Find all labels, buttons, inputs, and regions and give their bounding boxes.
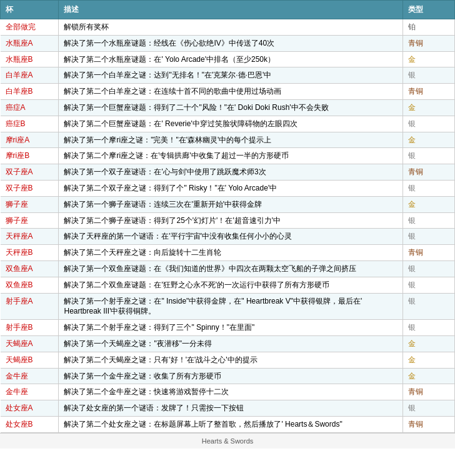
table-row: 双子座A解决了第一个双子座谜语：在'心与剑'中使用了跳跃魔术师3次青铜 — [1, 164, 455, 181]
cup-description: 解决了第二个金牛座之谜：快速将游戏暂停十二次 — [59, 384, 402, 400]
table-row: 摩ri座A解决了第一个摩ri座之谜："完美！"在'森林幽灵'中的每个提示上金 — [1, 132, 455, 148]
cup-type: 金 — [402, 352, 454, 368]
cup-name: 双鱼座B — [1, 277, 59, 293]
cup-type: 青铜 — [402, 164, 454, 181]
cup-description: 解决了第二个巨蟹座谜题：在' Reverie'中穿过笑脸状障碍物的左眼四次 — [59, 116, 402, 132]
col-header-description: 描述 — [59, 1, 402, 19]
cup-name: 白羊座B — [1, 84, 59, 100]
table-row: 天秤座B解决了第二个天秤座之谜：向后旋转十二生肖轮青铜 — [1, 245, 455, 261]
table-header-row: 杯 描述 类型 — [1, 1, 455, 19]
cup-name: 双子座B — [1, 180, 59, 196]
table-row: 水瓶座B解决了第二个水瓶座谜题：在' Yolo Arcade'中排名（至少250… — [1, 51, 455, 67]
cup-description: 解决了第一个金牛座之谜：收集了所有方形硬币 — [59, 368, 402, 384]
cup-description: 解决了第一个狮子座谜语：连续三次在'重新开始'中获得金牌 — [59, 196, 402, 212]
cup-type: 青铜 — [402, 416, 454, 432]
cup-description: 解决了第一个摩ri座之谜："完美！"在'森林幽灵'中的每个提示上 — [59, 132, 402, 148]
table-row: 双鱼座B解决了第二个双鱼座谜题：在'狂野之心永不死'的一次运行中获得了所有方形硬… — [1, 277, 455, 293]
cup-name: 射手座B — [1, 320, 59, 336]
cup-name: 水瓶座A — [1, 35, 59, 51]
cup-description: 解决了处女座的第一个谜语：发牌了！只需按一下按钮 — [59, 400, 402, 417]
cup-name: 癌症A — [1, 99, 59, 116]
cup-description: 解决了第一个巨蟹座谜题：得到了二十个"风险！"在' Doki Doki Rush… — [59, 99, 402, 116]
cup-type: 青铜 — [402, 245, 454, 261]
cup-description: 解锁所有奖杯 — [59, 19, 402, 36]
table-row: 处女座A解决了处女座的第一个谜语：发牌了！只需按一下按钮银 — [1, 400, 455, 417]
table-row: 狮子座解决了第一个狮子座谜语：连续三次在'重新开始'中获得金牌金 — [1, 196, 455, 212]
cup-name: 双鱼座A — [1, 260, 59, 277]
cup-name: 癌症B — [1, 116, 59, 132]
cup-description: 解决了第二个射手座之谜：得到了三个" Spinny！"在里面" — [59, 320, 402, 336]
cup-name: 摩ri座B — [1, 148, 59, 164]
cup-type: 青铜 — [402, 35, 454, 51]
trophies-table: 杯 描述 类型 全部做完解锁所有奖杯铂水瓶座A解决了第一个水瓶座谜题：经线在《伤… — [0, 0, 455, 433]
cup-type: 银 — [402, 229, 454, 245]
table-row: 双鱼座A解决了第一个双鱼座谜题：在《我们知道的世界》中四次在两颗太空飞船的子弹之… — [1, 260, 455, 277]
cup-description: 解决了第二个白羊座之谜：在连续十首不同的歌曲中使用过场动画 — [59, 84, 402, 100]
cup-description: 解决了第二个狮子座谜语：得到了25个'幻灯片'！在'超音速引力'中 — [59, 212, 402, 229]
table-row: 摩ri座B解决了第二个摩ri座之谜：在'专辑拱廊'中收集了超过一半的方形硬币银 — [1, 148, 455, 164]
cup-type: 银 — [402, 212, 454, 229]
table-row: 癌症A解决了第一个巨蟹座谜题：得到了二十个"风险！"在' Doki Doki R… — [1, 99, 455, 116]
cup-type: 青铜 — [402, 84, 454, 100]
cup-name: 天蝎座A — [1, 335, 59, 352]
table-row: 天蝎座A解决了第一个天蝎座之谜："夜潜移"一分未得金 — [1, 335, 455, 352]
cup-type: 银 — [402, 67, 454, 84]
cup-description: 解决了第二个天蝎座之谜：只有'好！'在'战斗之心'中的提示 — [59, 352, 402, 368]
cup-name: 金牛座 — [1, 368, 59, 384]
cup-description: 解决了第一个射手座之谜：在" Inside"中获得金牌，在" Heartbrea… — [59, 293, 402, 320]
cup-name: 射手座A — [1, 293, 59, 320]
cup-type: 金 — [402, 99, 454, 116]
table-row: 金牛座解决了第一个金牛座之谜：收集了所有方形硬币金 — [1, 368, 455, 384]
table-row: 癌症B解决了第二个巨蟹座谜题：在' Reverie'中穿过笑脸状障碍物的左眼四次… — [1, 116, 455, 132]
cup-name: 处女座B — [1, 416, 59, 432]
col-header-type: 类型 — [402, 1, 454, 19]
table-row: 金牛座解决了第二个金牛座之谜：快速将游戏暂停十二次青铜 — [1, 384, 455, 400]
cup-type: 银 — [402, 260, 454, 277]
table-row: 白羊座A解决了第一个白羊座之谜：达到"无排名！"在'克莱尔·德·巴恩'中银 — [1, 67, 455, 84]
cup-description: 解决了第一个双子座谜语：在'心与剑'中使用了跳跃魔术师3次 — [59, 164, 402, 181]
cup-type: 银 — [402, 180, 454, 196]
footer: Hearts & Swords — [0, 433, 455, 449]
cup-name: 金牛座 — [1, 384, 59, 400]
cup-description: 解决了第一个天蝎座之谜："夜潜移"一分未得 — [59, 335, 402, 352]
table-row: 处女座B解决了第二个处女座之谜：在标题屏幕上听了整首歌，然后播放了' Heart… — [1, 416, 455, 432]
cup-type: 金 — [402, 196, 454, 212]
cup-type: 金 — [402, 368, 454, 384]
cup-type: 金 — [402, 51, 454, 67]
cup-description: 解决了第二个摩ri座之谜：在'专辑拱廊'中收集了超过一半的方形硬币 — [59, 148, 402, 164]
table-row: 全部做完解锁所有奖杯铂 — [1, 19, 455, 36]
cup-type: 铂 — [402, 19, 454, 36]
cup-name: 狮子座 — [1, 212, 59, 229]
cup-description: 解决了第二个天秤座之谜：向后旋转十二生肖轮 — [59, 245, 402, 261]
cup-name: 天秤座B — [1, 245, 59, 261]
cup-type: 金 — [402, 132, 454, 148]
cup-description: 解决了第一个水瓶座谜题：经线在《伤心欲绝IV》中传送了40次 — [59, 35, 402, 51]
cup-description: 解决了第二个双鱼座谜题：在'狂野之心永不死'的一次运行中获得了所有方形硬币 — [59, 277, 402, 293]
cup-type: 青铜 — [402, 384, 454, 400]
col-header-cup: 杯 — [1, 1, 59, 19]
table-row: 双子座B解决了第二个双子座之谜：得到了个" Risky！"在' Yolo Arc… — [1, 180, 455, 196]
cup-type: 银 — [402, 277, 454, 293]
cup-name: 双子座A — [1, 164, 59, 181]
cup-description: 解决了天秤座的第一个谜语：在'平行宇宙'中没有收集任何小小的心灵 — [59, 229, 402, 245]
table-row: 狮子座解决了第二个狮子座谜语：得到了25个'幻灯片'！在'超音速引力'中银 — [1, 212, 455, 229]
table-row: 射手座A解决了第一个射手座之谜：在" Inside"中获得金牌，在" Heart… — [1, 293, 455, 320]
cup-type: 银 — [402, 320, 454, 336]
table-row: 天蝎座B解决了第二个天蝎座之谜：只有'好！'在'战斗之心'中的提示金 — [1, 352, 455, 368]
cup-name: 天蝎座B — [1, 352, 59, 368]
table-row: 天秤座A解决了天秤座的第一个谜语：在'平行宇宙'中没有收集任何小小的心灵银 — [1, 229, 455, 245]
cup-type: 银 — [402, 293, 454, 320]
cup-type: 银 — [402, 400, 454, 417]
cup-description: 解决了第二个处女座之谜：在标题屏幕上听了整首歌，然后播放了' Hearts＆Sw… — [59, 416, 402, 432]
cup-name: 狮子座 — [1, 196, 59, 212]
cup-name: 白羊座A — [1, 67, 59, 84]
cup-name: 处女座A — [1, 400, 59, 417]
cup-description: 解决了第二个水瓶座谜题：在' Yolo Arcade'中排名（至少250k） — [59, 51, 402, 67]
cup-type: 银 — [402, 116, 454, 132]
cup-type: 银 — [402, 148, 454, 164]
cup-name: 天秤座A — [1, 229, 59, 245]
cup-name: 全部做完 — [1, 19, 59, 36]
cup-description: 解决了第一个双鱼座谜题：在《我们知道的世界》中四次在两颗太空飞船的子弹之间挤压 — [59, 260, 402, 277]
cup-description: 解决了第一个白羊座之谜：达到"无排名！"在'克莱尔·德·巴恩'中 — [59, 67, 402, 84]
table-row: 水瓶座A解决了第一个水瓶座谜题：经线在《伤心欲绝IV》中传送了40次青铜 — [1, 35, 455, 51]
